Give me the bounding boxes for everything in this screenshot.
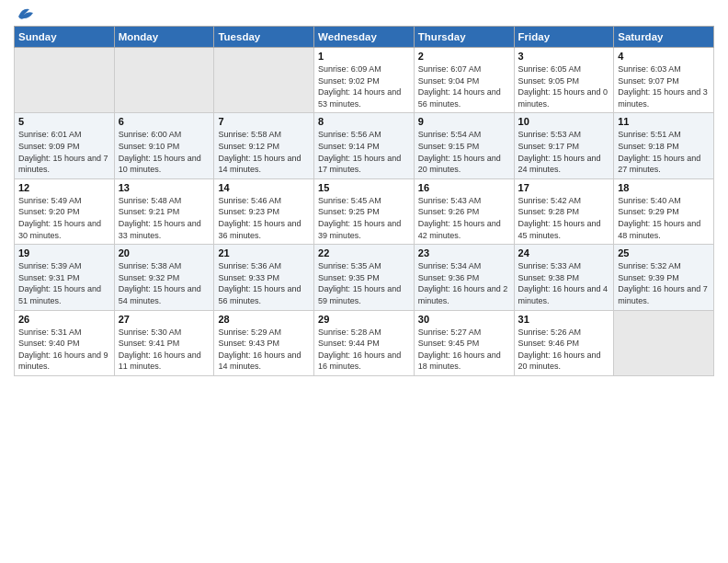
day-info: Sunrise: 5:38 AM Sunset: 9:32 PM Dayligh… — [119, 260, 210, 306]
header-saturday: Saturday — [614, 27, 714, 48]
day-number: 10 — [518, 116, 610, 127]
day-number: 24 — [518, 247, 610, 259]
calendar-cell: 2Sunrise: 6:07 AM Sunset: 9:04 PM Daylig… — [414, 48, 514, 113]
day-number: 12 — [18, 182, 110, 193]
day-number: 1 — [318, 51, 410, 62]
day-info: Sunrise: 5:45 AM Sunset: 9:25 PM Dayligh… — [318, 195, 410, 241]
calendar-cell: 17Sunrise: 5:42 AM Sunset: 9:28 PM Dayli… — [514, 178, 614, 244]
day-info: Sunrise: 5:28 AM Sunset: 9:44 PM Dayligh… — [318, 327, 410, 373]
calendar-cell: 16Sunrise: 5:43 AM Sunset: 9:26 PM Dayli… — [414, 178, 514, 244]
calendar-cell: 9Sunrise: 5:54 AM Sunset: 9:15 PM Daylig… — [414, 113, 514, 178]
day-number: 21 — [218, 247, 310, 259]
week-row-4: 19Sunrise: 5:39 AM Sunset: 9:31 PM Dayli… — [15, 245, 714, 310]
day-info: Sunrise: 6:05 AM Sunset: 9:05 PM Dayligh… — [518, 63, 610, 109]
calendar-cell — [114, 48, 214, 113]
header-monday: Monday — [114, 27, 214, 48]
day-info: Sunrise: 5:34 AM Sunset: 9:36 PM Dayligh… — [418, 260, 510, 306]
week-row-3: 12Sunrise: 5:49 AM Sunset: 9:20 PM Dayli… — [15, 178, 714, 244]
calendar-cell — [614, 310, 714, 375]
calendar-cell: 10Sunrise: 5:53 AM Sunset: 9:17 PM Dayli… — [514, 113, 614, 178]
day-number: 26 — [18, 314, 110, 325]
calendar-cell: 14Sunrise: 5:46 AM Sunset: 9:23 PM Dayli… — [214, 178, 314, 244]
calendar-cell: 26Sunrise: 5:31 AM Sunset: 9:40 PM Dayli… — [15, 310, 115, 375]
day-info: Sunrise: 5:43 AM Sunset: 9:26 PM Dayligh… — [418, 195, 510, 241]
day-number: 11 — [618, 116, 710, 127]
day-number: 15 — [318, 182, 410, 193]
day-number: 16 — [418, 182, 510, 193]
day-number: 2 — [418, 51, 510, 62]
calendar-cell: 15Sunrise: 5:45 AM Sunset: 9:25 PM Dayli… — [314, 178, 415, 244]
calendar-cell: 4Sunrise: 6:03 AM Sunset: 9:07 PM Daylig… — [614, 48, 714, 113]
calendar-cell: 5Sunrise: 6:01 AM Sunset: 9:09 PM Daylig… — [15, 113, 115, 178]
week-row-5: 26Sunrise: 5:31 AM Sunset: 9:40 PM Dayli… — [15, 310, 714, 375]
day-number: 9 — [418, 116, 510, 127]
day-number: 27 — [119, 314, 210, 325]
calendar-cell: 21Sunrise: 5:36 AM Sunset: 9:33 PM Dayli… — [214, 245, 314, 310]
calendar-cell: 24Sunrise: 5:33 AM Sunset: 9:38 PM Dayli… — [514, 245, 614, 310]
day-number: 13 — [119, 182, 210, 193]
calendar-cell: 27Sunrise: 5:30 AM Sunset: 9:41 PM Dayli… — [114, 310, 214, 375]
day-info: Sunrise: 5:39 AM Sunset: 9:31 PM Dayligh… — [18, 260, 110, 306]
day-number: 6 — [119, 116, 210, 127]
header-thursday: Thursday — [414, 27, 514, 48]
day-info: Sunrise: 5:31 AM Sunset: 9:40 PM Dayligh… — [18, 327, 110, 373]
day-info: Sunrise: 6:03 AM Sunset: 9:07 PM Dayligh… — [618, 63, 710, 109]
calendar-cell: 11Sunrise: 5:51 AM Sunset: 9:18 PM Dayli… — [614, 113, 714, 178]
day-info: Sunrise: 5:32 AM Sunset: 9:39 PM Dayligh… — [618, 260, 710, 306]
calendar-cell: 1Sunrise: 6:09 AM Sunset: 9:02 PM Daylig… — [314, 48, 415, 113]
calendar-cell: 22Sunrise: 5:35 AM Sunset: 9:35 PM Dayli… — [314, 245, 415, 310]
calendar-cell: 12Sunrise: 5:49 AM Sunset: 9:20 PM Dayli… — [15, 178, 115, 244]
day-info: Sunrise: 6:00 AM Sunset: 9:10 PM Dayligh… — [119, 129, 210, 175]
calendar-cell: 23Sunrise: 5:34 AM Sunset: 9:36 PM Dayli… — [414, 245, 514, 310]
day-number: 5 — [18, 116, 110, 127]
calendar-cell: 6Sunrise: 6:00 AM Sunset: 9:10 PM Daylig… — [114, 113, 214, 178]
day-info: Sunrise: 5:51 AM Sunset: 9:18 PM Dayligh… — [618, 129, 710, 175]
day-number: 14 — [218, 182, 310, 193]
header-sunday: Sunday — [15, 27, 115, 48]
day-info: Sunrise: 5:33 AM Sunset: 9:38 PM Dayligh… — [518, 260, 610, 306]
calendar-cell: 3Sunrise: 6:05 AM Sunset: 9:05 PM Daylig… — [514, 48, 614, 113]
calendar-cell: 25Sunrise: 5:32 AM Sunset: 9:39 PM Dayli… — [614, 245, 714, 310]
day-info: Sunrise: 5:46 AM Sunset: 9:23 PM Dayligh… — [218, 195, 310, 241]
calendar-header-row: SundayMondayTuesdayWednesdayThursdayFrid… — [15, 27, 714, 48]
day-number: 30 — [418, 314, 510, 325]
page-header — [14, 9, 714, 20]
day-info: Sunrise: 5:29 AM Sunset: 9:43 PM Dayligh… — [218, 327, 310, 373]
header-tuesday: Tuesday — [214, 27, 314, 48]
day-number: 28 — [218, 314, 310, 325]
day-number: 29 — [318, 314, 410, 325]
day-number: 4 — [618, 51, 710, 62]
day-info: Sunrise: 5:42 AM Sunset: 9:28 PM Dayligh… — [518, 195, 610, 241]
day-info: Sunrise: 5:36 AM Sunset: 9:33 PM Dayligh… — [218, 260, 310, 306]
day-number: 18 — [618, 182, 710, 193]
header-wednesday: Wednesday — [314, 27, 415, 48]
day-info: Sunrise: 5:54 AM Sunset: 9:15 PM Dayligh… — [418, 129, 510, 175]
day-info: Sunrise: 5:35 AM Sunset: 9:35 PM Dayligh… — [318, 260, 410, 306]
calendar-cell: 13Sunrise: 5:48 AM Sunset: 9:21 PM Dayli… — [114, 178, 214, 244]
day-number: 31 — [518, 314, 610, 325]
calendar-cell: 19Sunrise: 5:39 AM Sunset: 9:31 PM Dayli… — [15, 245, 115, 310]
calendar-table: SundayMondayTuesdayWednesdayThursdayFrid… — [14, 26, 714, 376]
day-info: Sunrise: 6:07 AM Sunset: 9:04 PM Dayligh… — [418, 63, 510, 109]
day-info: Sunrise: 5:58 AM Sunset: 9:12 PM Dayligh… — [218, 129, 310, 175]
day-info: Sunrise: 5:27 AM Sunset: 9:45 PM Dayligh… — [418, 327, 510, 373]
week-row-1: 1Sunrise: 6:09 AM Sunset: 9:02 PM Daylig… — [15, 48, 714, 113]
day-number: 22 — [318, 247, 410, 259]
calendar-cell: 7Sunrise: 5:58 AM Sunset: 9:12 PM Daylig… — [214, 113, 314, 178]
day-info: Sunrise: 6:01 AM Sunset: 9:09 PM Dayligh… — [18, 129, 110, 175]
calendar-cell: 31Sunrise: 5:26 AM Sunset: 9:46 PM Dayli… — [514, 310, 614, 375]
day-number: 20 — [119, 247, 210, 259]
day-info: Sunrise: 5:53 AM Sunset: 9:17 PM Dayligh… — [518, 129, 610, 175]
calendar-cell — [214, 48, 314, 113]
day-info: Sunrise: 6:09 AM Sunset: 9:02 PM Dayligh… — [318, 63, 410, 109]
day-number: 8 — [318, 116, 410, 127]
calendar-cell — [15, 48, 115, 113]
day-info: Sunrise: 5:30 AM Sunset: 9:41 PM Dayligh… — [119, 327, 210, 373]
day-info: Sunrise: 5:48 AM Sunset: 9:21 PM Dayligh… — [119, 195, 210, 241]
calendar-cell: 18Sunrise: 5:40 AM Sunset: 9:29 PM Dayli… — [614, 178, 714, 244]
day-number: 25 — [618, 247, 710, 259]
calendar-cell: 29Sunrise: 5:28 AM Sunset: 9:44 PM Dayli… — [314, 310, 415, 375]
calendar-cell: 30Sunrise: 5:27 AM Sunset: 9:45 PM Dayli… — [414, 310, 514, 375]
day-number: 7 — [218, 116, 310, 127]
day-info: Sunrise: 5:56 AM Sunset: 9:14 PM Dayligh… — [318, 129, 410, 175]
